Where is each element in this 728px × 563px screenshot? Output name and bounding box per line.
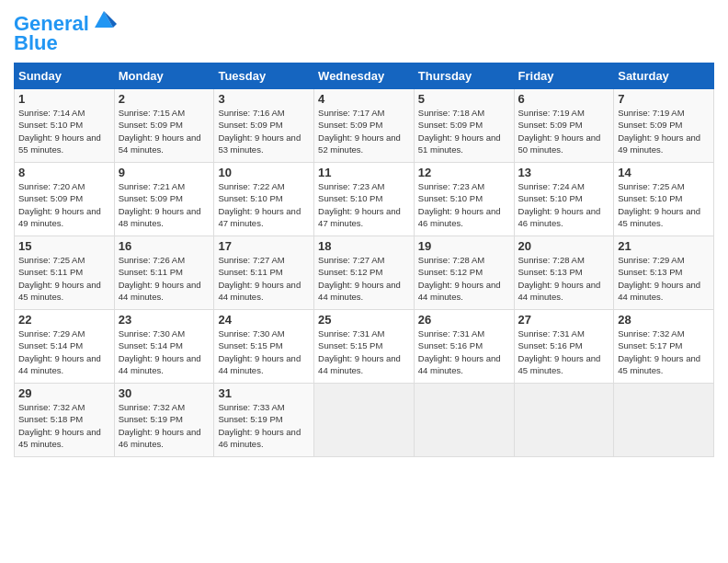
day-number: 7: [618, 92, 710, 106]
day-number: 15: [18, 239, 110, 253]
day-number: 31: [218, 386, 310, 400]
day-info: Sunrise: 7:18 AMSunset: 5:09 PMDaylight:…: [418, 107, 510, 155]
day-info: Sunrise: 7:24 AMSunset: 5:10 PMDaylight:…: [518, 180, 610, 229]
calendar-week-4: 22Sunrise: 7:29 AMSunset: 5:14 PMDayligh…: [15, 310, 714, 384]
day-number: 12: [418, 166, 510, 179]
calendar-cell: 13Sunrise: 7:24 AMSunset: 5:10 PMDayligh…: [514, 163, 614, 236]
calendar-cell: 24Sunrise: 7:30 AMSunset: 5:15 PMDayligh…: [214, 310, 314, 384]
calendar-cell: 31Sunrise: 7:33 AMSunset: 5:19 PMDayligh…: [214, 384, 314, 457]
calendar-cell: 16Sunrise: 7:26 AMSunset: 5:11 PMDayligh…: [114, 236, 214, 310]
day-info: Sunrise: 7:25 AMSunset: 5:11 PMDaylight:…: [18, 254, 110, 303]
calendar-week-5: 29Sunrise: 7:32 AMSunset: 5:18 PMDayligh…: [15, 384, 714, 457]
calendar-cell: 28Sunrise: 7:32 AMSunset: 5:17 PMDayligh…: [614, 310, 714, 384]
day-info: Sunrise: 7:30 AMSunset: 5:15 PMDaylight:…: [218, 327, 310, 376]
calendar-cell: [614, 384, 714, 457]
calendar-week-1: 1Sunrise: 7:14 AMSunset: 5:10 PMDaylight…: [15, 89, 714, 163]
day-number: 13: [518, 166, 610, 179]
day-number: 6: [518, 92, 610, 106]
calendar-cell: [314, 384, 415, 457]
header-day-sunday: Sunday: [15, 63, 115, 89]
day-number: 17: [218, 239, 310, 253]
calendar-cell: 29Sunrise: 7:32 AMSunset: 5:18 PMDayligh…: [15, 384, 115, 457]
day-number: 21: [618, 239, 710, 253]
day-info: Sunrise: 7:19 AMSunset: 5:09 PMDaylight:…: [518, 107, 610, 155]
calendar-cell: 7Sunrise: 7:19 AMSunset: 5:09 PMDaylight…: [614, 89, 714, 163]
calendar-cell: 21Sunrise: 7:29 AMSunset: 5:13 PMDayligh…: [614, 236, 714, 310]
day-info: Sunrise: 7:31 AMSunset: 5:15 PMDaylight:…: [318, 327, 410, 376]
calendar-cell: 2Sunrise: 7:15 AMSunset: 5:09 PMDaylight…: [114, 89, 214, 163]
day-info: Sunrise: 7:31 AMSunset: 5:16 PMDaylight:…: [418, 327, 510, 376]
calendar-cell: 19Sunrise: 7:28 AMSunset: 5:12 PMDayligh…: [414, 236, 514, 310]
calendar-cell: 23Sunrise: 7:30 AMSunset: 5:14 PMDayligh…: [114, 310, 214, 384]
calendar-cell: 3Sunrise: 7:16 AMSunset: 5:09 PMDaylight…: [214, 89, 314, 163]
day-number: 2: [119, 92, 210, 106]
day-number: 28: [618, 313, 710, 327]
calendar-cell: 9Sunrise: 7:21 AMSunset: 5:09 PMDaylight…: [114, 163, 214, 236]
day-number: 23: [119, 313, 210, 327]
logo-icon: [91, 7, 117, 33]
calendar-cell: 1Sunrise: 7:14 AMSunset: 5:10 PMDaylight…: [15, 89, 115, 163]
calendar-cell: [514, 384, 614, 457]
day-info: Sunrise: 7:32 AMSunset: 5:18 PMDaylight:…: [18, 401, 110, 450]
day-info: Sunrise: 7:22 AMSunset: 5:10 PMDaylight:…: [218, 180, 310, 229]
day-number: 22: [18, 313, 110, 327]
header-day-tuesday: Tuesday: [214, 63, 314, 89]
day-number: 25: [318, 313, 410, 327]
header-day-friday: Friday: [514, 63, 614, 89]
calendar-header-row: SundayMondayTuesdayWednesdayThursdayFrid…: [15, 63, 714, 89]
main-container: General Blue SundayMondayTuesdayWednesda…: [0, 0, 728, 462]
day-info: Sunrise: 7:28 AMSunset: 5:13 PMDaylight:…: [518, 254, 610, 303]
day-number: 18: [318, 239, 410, 253]
day-info: Sunrise: 7:25 AMSunset: 5:10 PMDaylight:…: [618, 180, 710, 229]
calendar-cell: 27Sunrise: 7:31 AMSunset: 5:16 PMDayligh…: [514, 310, 614, 384]
day-number: 30: [119, 386, 210, 400]
day-number: 11: [318, 166, 410, 179]
calendar-cell: 20Sunrise: 7:28 AMSunset: 5:13 PMDayligh…: [514, 236, 614, 310]
calendar-cell: 5Sunrise: 7:18 AMSunset: 5:09 PMDaylight…: [414, 89, 514, 163]
header-day-monday: Monday: [114, 63, 214, 89]
logo: General Blue: [14, 13, 117, 55]
day-number: 9: [119, 166, 210, 179]
calendar-cell: [414, 384, 514, 457]
day-info: Sunrise: 7:29 AMSunset: 5:13 PMDaylight:…: [618, 254, 710, 303]
day-number: 1: [18, 92, 110, 106]
day-info: Sunrise: 7:15 AMSunset: 5:09 PMDaylight:…: [119, 107, 210, 155]
day-number: 4: [318, 92, 410, 106]
calendar-cell: 6Sunrise: 7:19 AMSunset: 5:09 PMDaylight…: [514, 89, 614, 163]
day-info: Sunrise: 7:14 AMSunset: 5:10 PMDaylight:…: [18, 107, 110, 155]
day-number: 24: [218, 313, 310, 327]
day-number: 29: [18, 386, 110, 400]
day-info: Sunrise: 7:17 AMSunset: 5:09 PMDaylight:…: [318, 107, 410, 155]
calendar-cell: 4Sunrise: 7:17 AMSunset: 5:09 PMDaylight…: [314, 89, 415, 163]
day-info: Sunrise: 7:29 AMSunset: 5:14 PMDaylight:…: [18, 327, 110, 376]
day-number: 8: [18, 166, 110, 179]
header-day-thursday: Thursday: [414, 63, 514, 89]
day-number: 3: [218, 92, 310, 106]
day-number: 19: [418, 239, 510, 253]
day-info: Sunrise: 7:23 AMSunset: 5:10 PMDaylight:…: [318, 180, 410, 229]
calendar-cell: 17Sunrise: 7:27 AMSunset: 5:11 PMDayligh…: [214, 236, 314, 310]
day-info: Sunrise: 7:31 AMSunset: 5:16 PMDaylight:…: [518, 327, 610, 376]
header: General Blue: [14, 9, 714, 55]
calendar-cell: 14Sunrise: 7:25 AMSunset: 5:10 PMDayligh…: [614, 163, 714, 236]
day-info: Sunrise: 7:28 AMSunset: 5:12 PMDaylight:…: [418, 254, 510, 303]
day-number: 10: [218, 166, 310, 179]
day-number: 14: [618, 166, 710, 179]
day-info: Sunrise: 7:27 AMSunset: 5:12 PMDaylight:…: [318, 254, 410, 303]
day-info: Sunrise: 7:30 AMSunset: 5:14 PMDaylight:…: [119, 327, 210, 376]
day-info: Sunrise: 7:20 AMSunset: 5:09 PMDaylight:…: [18, 180, 110, 229]
day-number: 27: [518, 313, 610, 327]
header-day-wednesday: Wednesday: [314, 63, 415, 89]
calendar-cell: 22Sunrise: 7:29 AMSunset: 5:14 PMDayligh…: [15, 310, 115, 384]
calendar-cell: 15Sunrise: 7:25 AMSunset: 5:11 PMDayligh…: [15, 236, 115, 310]
calendar-cell: 18Sunrise: 7:27 AMSunset: 5:12 PMDayligh…: [314, 236, 415, 310]
calendar-cell: 10Sunrise: 7:22 AMSunset: 5:10 PMDayligh…: [214, 163, 314, 236]
calendar-week-2: 8Sunrise: 7:20 AMSunset: 5:09 PMDaylight…: [15, 163, 714, 236]
calendar-cell: 25Sunrise: 7:31 AMSunset: 5:15 PMDayligh…: [314, 310, 415, 384]
calendar-cell: 12Sunrise: 7:23 AMSunset: 5:10 PMDayligh…: [414, 163, 514, 236]
day-info: Sunrise: 7:19 AMSunset: 5:09 PMDaylight:…: [618, 107, 710, 155]
calendar-table: SundayMondayTuesdayWednesdayThursdayFrid…: [14, 63, 714, 457]
day-number: 26: [418, 313, 510, 327]
header-day-saturday: Saturday: [614, 63, 714, 89]
day-info: Sunrise: 7:23 AMSunset: 5:10 PMDaylight:…: [418, 180, 510, 229]
